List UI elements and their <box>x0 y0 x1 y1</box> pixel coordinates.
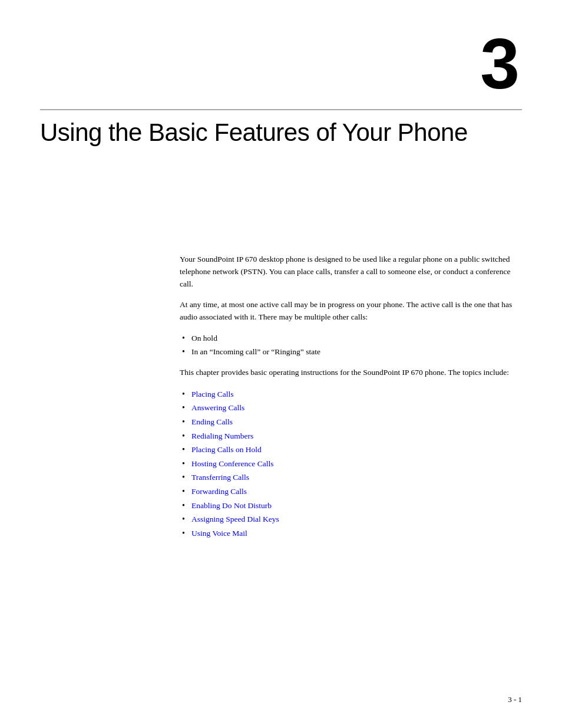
list-item-assigning-speed-dial-keys[interactable]: Assigning Speed Dial Keys <box>180 512 522 526</box>
link-placing-calls[interactable]: Placing Calls <box>191 390 234 398</box>
list-item-using-voice-mail[interactable]: Using Voice Mail <box>180 526 522 541</box>
list-item-hosting-conference-calls[interactable]: Hosting Conference Calls <box>180 457 522 471</box>
link-hosting-conference-calls[interactable]: Hosting Conference Calls <box>191 459 273 468</box>
link-answering-calls[interactable]: Answering Calls <box>191 403 244 412</box>
intro-paragraph-2: At any time, at most one active call may… <box>180 299 522 324</box>
call-states-list: On hold In an “Incoming call” or “Ringin… <box>180 332 522 358</box>
bullet-incoming-call: In an “Incoming call” or “Ringing” state <box>180 345 522 358</box>
link-placing-calls-on-hold[interactable]: Placing Calls on Hold <box>191 445 262 454</box>
intro-paragraph-1: Your SoundPoint IP 670 desktop phone is … <box>180 253 522 291</box>
content-area: Your SoundPoint IP 670 desktop phone is … <box>180 253 522 549</box>
list-item-placing-calls[interactable]: Placing Calls <box>180 387 522 401</box>
link-assigning-speed-dial-keys[interactable]: Assigning Speed Dial Keys <box>191 515 279 523</box>
page-number: 3 - 1 <box>508 695 522 704</box>
topics-intro: This chapter provides basic operating in… <box>180 367 522 379</box>
list-item-forwarding-calls[interactable]: Forwarding Calls <box>180 485 522 499</box>
link-ending-calls[interactable]: Ending Calls <box>191 417 233 426</box>
link-redialing-numbers[interactable]: Redialing Numbers <box>191 431 253 440</box>
link-using-voice-mail[interactable]: Using Voice Mail <box>191 529 247 538</box>
list-item-answering-calls[interactable]: Answering Calls <box>180 401 522 415</box>
list-item-placing-calls-on-hold[interactable]: Placing Calls on Hold <box>180 443 522 457</box>
list-item-enabling-do-not-disturb[interactable]: Enabling Do Not Disturb <box>180 499 522 513</box>
link-enabling-do-not-disturb[interactable]: Enabling Do Not Disturb <box>191 501 272 510</box>
topics-list: Placing Calls Answering Calls Ending Cal… <box>180 387 522 541</box>
chapter-title: Using the Basic Features of Your Phone <box>40 118 522 147</box>
list-item-ending-calls[interactable]: Ending Calls <box>180 415 522 429</box>
chapter-divider <box>40 109 522 110</box>
list-item-redialing-numbers[interactable]: Redialing Numbers <box>180 429 522 443</box>
bullet-on-hold: On hold <box>180 332 522 345</box>
link-forwarding-calls[interactable]: Forwarding Calls <box>191 487 247 496</box>
chapter-number: 3 <box>480 28 520 99</box>
link-transferring-calls[interactable]: Transferring Calls <box>191 473 249 482</box>
list-item-transferring-calls[interactable]: Transferring Calls <box>180 470 522 485</box>
page: 3 Using the Basic Features of Your Phone… <box>0 0 562 728</box>
